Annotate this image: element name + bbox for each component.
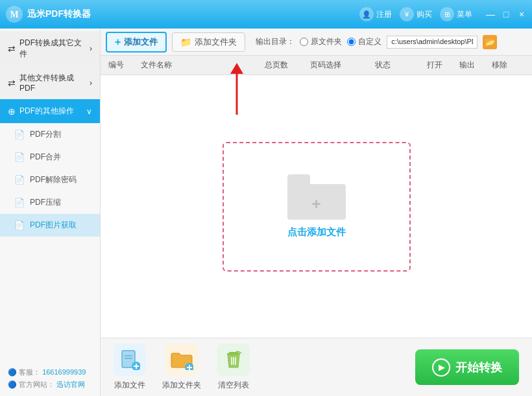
bottom-add-file-label: 添加文件 (114, 380, 145, 391)
restore-button[interactable]: □ (501, 9, 511, 19)
pdf-unlock-label: PDF解除密码 (30, 174, 77, 185)
convert-from-pdf-icon: ⇄ (8, 43, 16, 54)
radio-custom-input[interactable] (347, 38, 356, 46)
bottom-clear-button[interactable]: 清空列表 (217, 344, 250, 391)
toolbar: + 添加文件 📁 添加文件夹 输出目录： 原文件夹 自定义 📂 (101, 29, 532, 56)
pdf-split-label: PDF分割 (30, 129, 61, 140)
drop-label: 点击添加文件 (287, 226, 346, 239)
pdf-merge-label: PDF合并 (30, 152, 61, 163)
add-folder-svg (170, 349, 193, 370)
bottom-clear-icon (217, 344, 250, 376)
add-file-plus-icon: + (115, 36, 121, 48)
sidebar-item-pdf-unlock[interactable]: 📄 PDF解除密码 (0, 169, 100, 191)
drop-zone[interactable]: + 点击添加文件 (101, 75, 532, 338)
bottom-clear-label: 清空列表 (218, 380, 249, 391)
svg-text:M: M (10, 10, 18, 19)
pdf-image-icon: 📄 (14, 220, 25, 230)
sidebar-item-pdf-compress[interactable]: 📄 PDF压缩 (0, 191, 100, 214)
website-link[interactable]: 迅访官网 (56, 380, 85, 388)
customer-service-text: 客服： (19, 368, 40, 376)
folder-plus-icon: + (311, 195, 320, 213)
play-icon: ▶ (432, 358, 450, 377)
pdf-merge-icon: 📄 (14, 152, 25, 162)
app-logo: M (5, 5, 23, 23)
sidebar-section-other-ops[interactable]: ⊕ PDF的其他操作 ∨ (0, 99, 100, 123)
output-label: 输出目录： (256, 36, 295, 47)
register-button[interactable]: 👤 注册 (359, 7, 392, 21)
sidebar-footer: 🔵 客服： 16616999939 🔵 官方网站： 迅访官网 (0, 361, 100, 396)
col-header-pages: 总页数 (265, 60, 310, 71)
sidebar: ⇄ PDF转换成其它文件 › ⇄ 其他文件转换成PDF › ⊕ PDF的其他操作… (0, 29, 101, 396)
sidebar-section-3-label: PDF的其他操作 (19, 106, 74, 117)
pdf-compress-label: PDF压缩 (30, 197, 61, 208)
sidebar-section-convert-to-pdf[interactable]: ⇄ 其他文件转换成PDF › (0, 66, 100, 99)
add-file-label: 添加文件 (124, 36, 158, 48)
pdf-unlock-icon: 📄 (14, 175, 25, 185)
folder-tab (287, 174, 310, 185)
col-header-name: 文件名称 (141, 60, 265, 71)
sidebar-section-convert-from-pdf[interactable]: ⇄ PDF转换成其它文件 › (0, 31, 100, 66)
output-path-input[interactable] (387, 36, 478, 49)
pdf-split-icon: 📄 (14, 130, 25, 139)
title-bar: M 迅米PDF转换器 👤 注册 ¥ 购买 ⊞ 菜单 — □ × (0, 0, 532, 29)
table-header: 编号 文件名称 总页数 页码选择 状态 打开 输出 移除 (101, 56, 532, 75)
folder-browse-icon: 📂 (485, 37, 495, 47)
bottom-add-folder-label: 添加文件夹 (162, 380, 201, 391)
bottom-add-file-icon (114, 344, 146, 376)
window-controls: — □ × (485, 9, 527, 19)
buy-button[interactable]: ¥ 购买 (400, 7, 432, 21)
output-section: 输出目录： 原文件夹 自定义 📂 (256, 35, 497, 49)
content-area: + 添加文件 📁 添加文件夹 输出目录： 原文件夹 自定义 📂 (101, 29, 532, 396)
title-controls: 👤 注册 ¥ 购买 ⊞ 菜单 — □ × (359, 7, 527, 21)
bottom-add-folder-icon (165, 344, 198, 376)
grid-icon: ⊞ (440, 7, 454, 21)
bottom-add-file-button[interactable]: 添加文件 (114, 344, 146, 391)
add-folder-button[interactable]: 📁 添加文件夹 (172, 32, 245, 52)
folder-illustration: + (287, 174, 346, 220)
sidebar-item-pdf-image[interactable]: 📄 PDF图片获取 (0, 214, 100, 237)
convert-to-pdf-icon: ⇄ (8, 78, 16, 88)
menu-button[interactable]: ⊞ 菜单 (440, 7, 472, 21)
sidebar-section-1-label: PDF转换成其它文件 (19, 38, 86, 60)
col-header-pagesel: 页码选择 (310, 60, 375, 71)
bottom-add-folder-button[interactable]: 添加文件夹 (162, 344, 201, 391)
add-folder-icon: 📁 (180, 37, 191, 47)
close-button[interactable]: × (516, 9, 527, 19)
customer-service-label: 🔵 (8, 368, 19, 376)
app-title: 迅米PDF转换器 (27, 8, 91, 20)
browse-folder-button[interactable]: 📂 (483, 35, 497, 49)
clear-svg (223, 349, 244, 370)
col-header-output: 输出 (459, 60, 492, 71)
pdf-image-label: PDF图片获取 (30, 220, 77, 231)
col-header-num: 编号 (108, 60, 141, 71)
sidebar-item-pdf-split[interactable]: 📄 PDF分割 (0, 123, 100, 146)
pdf-compress-icon: 📄 (14, 198, 25, 207)
radio-original-input[interactable] (300, 38, 308, 46)
minimize-button[interactable]: — (485, 9, 496, 19)
add-file-button[interactable]: + 添加文件 (106, 32, 167, 52)
coin-icon: ¥ (400, 7, 414, 21)
website-label: 官方网站： (19, 380, 54, 388)
user-icon: 👤 (359, 7, 374, 21)
bottom-actions: 添加文件 添加文件夹 (114, 344, 250, 391)
col-header-open: 打开 (427, 60, 459, 71)
radio-original-folder[interactable]: 原文件夹 (300, 36, 342, 47)
radio-custom-folder[interactable]: 自定义 (347, 36, 381, 47)
chevron-right-icon: › (90, 44, 92, 53)
phone-link[interactable]: 16616999939 (42, 368, 86, 376)
app-brand: M 迅米PDF转换器 (5, 5, 91, 23)
website-row: 🔵 官方网站： 迅访官网 (8, 380, 92, 390)
main-layout: ⇄ PDF转换成其它文件 › ⇄ 其他文件转换成PDF › ⊕ PDF的其他操作… (0, 29, 532, 396)
other-ops-icon: ⊕ (8, 106, 16, 117)
col-header-status: 状态 (375, 60, 427, 71)
website-icon: 🔵 (8, 380, 19, 388)
start-convert-button[interactable]: ▶ 开始转换 (415, 349, 519, 385)
add-file-svg (119, 349, 140, 370)
drop-dashed-box[interactable]: + 点击添加文件 (223, 142, 411, 272)
sidebar-section-2-label: 其他文件转换成PDF (19, 73, 86, 93)
chevron-down-icon: ∨ (86, 107, 92, 116)
bottom-bar: 添加文件 添加文件夹 (101, 338, 532, 396)
add-folder-label: 添加文件夹 (195, 36, 237, 48)
sidebar-item-pdf-merge[interactable]: 📄 PDF合并 (0, 146, 100, 169)
chevron-right-icon-2: › (90, 78, 92, 87)
